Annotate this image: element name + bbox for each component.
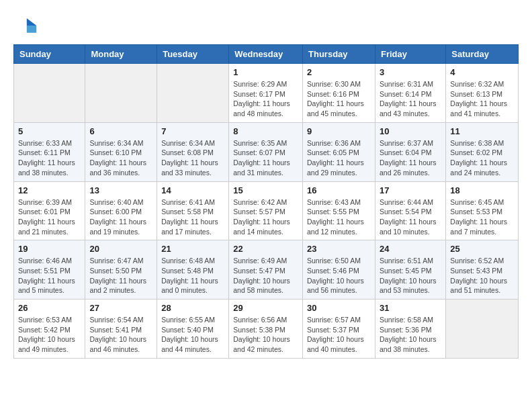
day-content: Sunrise: 6:57 AM Sunset: 5:37 PM Dayligh… xyxy=(307,315,371,355)
calendar-cell xyxy=(446,300,519,359)
calendar-cell: 27Sunrise: 6:54 AM Sunset: 5:41 PM Dayli… xyxy=(85,300,157,359)
day-content: Sunrise: 6:29 AM Sunset: 6:17 PM Dayligh… xyxy=(233,79,298,119)
day-content: Sunrise: 6:35 AM Sunset: 6:07 PM Dayligh… xyxy=(233,138,298,178)
day-content: Sunrise: 6:56 AM Sunset: 5:38 PM Dayligh… xyxy=(233,315,298,355)
day-content: Sunrise: 6:37 AM Sunset: 6:04 PM Dayligh… xyxy=(380,138,441,178)
calendar-cell: 19Sunrise: 6:46 AM Sunset: 5:51 PM Dayli… xyxy=(14,240,85,300)
day-content: Sunrise: 6:46 AM Sunset: 5:51 PM Dayligh… xyxy=(18,256,81,295)
day-content: Sunrise: 6:42 AM Sunset: 5:57 PM Dayligh… xyxy=(233,197,298,237)
day-number: 19 xyxy=(18,244,81,254)
calendar-weekday-thursday: Thursday xyxy=(303,45,375,64)
logo xyxy=(13,13,40,38)
day-number: 21 xyxy=(161,244,224,254)
day-content: Sunrise: 6:34 AM Sunset: 6:08 PM Dayligh… xyxy=(161,138,224,178)
calendar-cell: 4Sunrise: 6:32 AM Sunset: 6:13 PM Daylig… xyxy=(446,64,519,123)
day-content: Sunrise: 6:52 AM Sunset: 5:43 PM Dayligh… xyxy=(450,256,514,295)
calendar-cell: 8Sunrise: 6:35 AM Sunset: 6:07 PM Daylig… xyxy=(229,122,303,181)
day-number: 9 xyxy=(307,126,371,136)
day-content: Sunrise: 6:39 AM Sunset: 6:01 PM Dayligh… xyxy=(18,197,81,237)
day-content: Sunrise: 6:32 AM Sunset: 6:13 PM Dayligh… xyxy=(450,79,514,119)
svg-marker-0 xyxy=(27,18,36,26)
day-number: 1 xyxy=(233,67,298,77)
calendar-cell xyxy=(85,64,157,123)
day-number: 24 xyxy=(380,244,441,254)
day-number: 4 xyxy=(450,67,514,77)
day-number: 26 xyxy=(18,303,81,313)
svg-marker-1 xyxy=(27,26,36,33)
day-number: 30 xyxy=(307,303,371,313)
day-content: Sunrise: 6:44 AM Sunset: 5:54 PM Dayligh… xyxy=(380,197,441,237)
calendar-cell: 30Sunrise: 6:57 AM Sunset: 5:37 PM Dayli… xyxy=(303,300,375,359)
day-number: 13 xyxy=(89,185,152,195)
calendar-cell: 29Sunrise: 6:56 AM Sunset: 5:38 PM Dayli… xyxy=(229,300,303,359)
page-header xyxy=(13,13,519,38)
day-number: 29 xyxy=(233,303,298,313)
day-number: 3 xyxy=(380,67,441,77)
calendar-cell: 24Sunrise: 6:51 AM Sunset: 5:45 PM Dayli… xyxy=(375,240,445,300)
day-content: Sunrise: 6:54 AM Sunset: 5:41 PM Dayligh… xyxy=(89,315,152,355)
calendar-cell: 3Sunrise: 6:31 AM Sunset: 6:14 PM Daylig… xyxy=(375,64,445,123)
calendar-cell: 15Sunrise: 6:42 AM Sunset: 5:57 PM Dayli… xyxy=(229,181,303,240)
day-number: 12 xyxy=(18,185,81,195)
day-number: 14 xyxy=(161,185,224,195)
day-content: Sunrise: 6:38 AM Sunset: 6:02 PM Dayligh… xyxy=(450,138,514,178)
day-content: Sunrise: 6:43 AM Sunset: 5:55 PM Dayligh… xyxy=(307,197,371,237)
calendar-cell: 9Sunrise: 6:36 AM Sunset: 6:05 PM Daylig… xyxy=(303,122,375,181)
day-content: Sunrise: 6:33 AM Sunset: 6:11 PM Dayligh… xyxy=(18,138,81,178)
day-content: Sunrise: 6:47 AM Sunset: 5:50 PM Dayligh… xyxy=(89,256,152,295)
calendar-cell: 14Sunrise: 6:41 AM Sunset: 5:58 PM Dayli… xyxy=(157,181,229,240)
calendar-table: SundayMondayTuesdayWednesdayThursdayFrid… xyxy=(13,44,519,359)
day-number: 31 xyxy=(380,303,441,313)
day-content: Sunrise: 6:50 AM Sunset: 5:46 PM Dayligh… xyxy=(307,256,371,295)
calendar-cell: 25Sunrise: 6:52 AM Sunset: 5:43 PM Dayli… xyxy=(446,240,519,300)
day-number: 15 xyxy=(233,185,298,195)
calendar-weekday-monday: Monday xyxy=(85,45,157,64)
day-content: Sunrise: 6:45 AM Sunset: 5:53 PM Dayligh… xyxy=(450,197,514,237)
calendar-cell: 31Sunrise: 6:58 AM Sunset: 5:36 PM Dayli… xyxy=(375,300,445,359)
day-number: 5 xyxy=(18,126,81,136)
logo-icon xyxy=(13,13,38,38)
day-content: Sunrise: 6:58 AM Sunset: 5:36 PM Dayligh… xyxy=(380,315,441,355)
calendar-cell: 26Sunrise: 6:53 AM Sunset: 5:42 PM Dayli… xyxy=(14,300,85,359)
day-number: 11 xyxy=(450,126,514,136)
calendar-week-row: 26Sunrise: 6:53 AM Sunset: 5:42 PM Dayli… xyxy=(14,300,519,359)
calendar-weekday-friday: Friday xyxy=(375,45,445,64)
day-number: 18 xyxy=(450,185,514,195)
calendar-cell: 1Sunrise: 6:29 AM Sunset: 6:17 PM Daylig… xyxy=(229,64,303,123)
day-number: 25 xyxy=(450,244,514,254)
day-number: 23 xyxy=(307,244,371,254)
day-number: 27 xyxy=(89,303,152,313)
calendar-cell xyxy=(14,64,85,123)
day-content: Sunrise: 6:55 AM Sunset: 5:40 PM Dayligh… xyxy=(161,315,224,355)
day-number: 7 xyxy=(161,126,224,136)
day-number: 28 xyxy=(161,303,224,313)
calendar-week-row: 1Sunrise: 6:29 AM Sunset: 6:17 PM Daylig… xyxy=(14,64,519,123)
day-content: Sunrise: 6:36 AM Sunset: 6:05 PM Dayligh… xyxy=(307,138,371,178)
calendar-week-row: 19Sunrise: 6:46 AM Sunset: 5:51 PM Dayli… xyxy=(14,240,519,300)
day-content: Sunrise: 6:53 AM Sunset: 5:42 PM Dayligh… xyxy=(18,315,81,355)
calendar-weekday-tuesday: Tuesday xyxy=(157,45,229,64)
calendar-week-row: 5Sunrise: 6:33 AM Sunset: 6:11 PM Daylig… xyxy=(14,122,519,181)
day-content: Sunrise: 6:30 AM Sunset: 6:16 PM Dayligh… xyxy=(307,79,371,119)
day-number: 8 xyxy=(233,126,298,136)
calendar-cell: 28Sunrise: 6:55 AM Sunset: 5:40 PM Dayli… xyxy=(157,300,229,359)
calendar-cell: 2Sunrise: 6:30 AM Sunset: 6:16 PM Daylig… xyxy=(303,64,375,123)
calendar-cell: 13Sunrise: 6:40 AM Sunset: 6:00 PM Dayli… xyxy=(85,181,157,240)
calendar-week-row: 12Sunrise: 6:39 AM Sunset: 6:01 PM Dayli… xyxy=(14,181,519,240)
calendar-cell: 12Sunrise: 6:39 AM Sunset: 6:01 PM Dayli… xyxy=(14,181,85,240)
calendar-cell: 5Sunrise: 6:33 AM Sunset: 6:11 PM Daylig… xyxy=(14,122,85,181)
calendar-cell: 17Sunrise: 6:44 AM Sunset: 5:54 PM Dayli… xyxy=(375,181,445,240)
calendar-weekday-wednesday: Wednesday xyxy=(229,45,303,64)
calendar-weekday-saturday: Saturday xyxy=(446,45,519,64)
calendar-cell: 16Sunrise: 6:43 AM Sunset: 5:55 PM Dayli… xyxy=(303,181,375,240)
day-content: Sunrise: 6:31 AM Sunset: 6:14 PM Dayligh… xyxy=(380,79,441,119)
day-content: Sunrise: 6:51 AM Sunset: 5:45 PM Dayligh… xyxy=(380,256,441,295)
day-content: Sunrise: 6:40 AM Sunset: 6:00 PM Dayligh… xyxy=(89,197,152,237)
calendar-cell: 6Sunrise: 6:34 AM Sunset: 6:10 PM Daylig… xyxy=(85,122,157,181)
calendar-header-row: SundayMondayTuesdayWednesdayThursdayFrid… xyxy=(14,45,519,64)
day-number: 22 xyxy=(233,244,298,254)
calendar-cell: 10Sunrise: 6:37 AM Sunset: 6:04 PM Dayli… xyxy=(375,122,445,181)
calendar-cell: 20Sunrise: 6:47 AM Sunset: 5:50 PM Dayli… xyxy=(85,240,157,300)
day-number: 10 xyxy=(380,126,441,136)
calendar-cell: 22Sunrise: 6:49 AM Sunset: 5:47 PM Dayli… xyxy=(229,240,303,300)
